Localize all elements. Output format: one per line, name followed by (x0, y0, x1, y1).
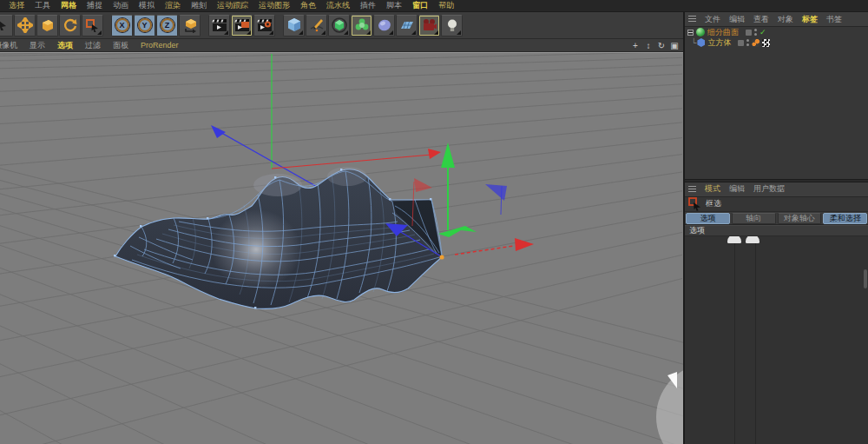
tree-branch: └ (691, 38, 696, 47)
add-primitive-cube-button[interactable] (283, 15, 305, 36)
menu-render[interactable]: 渲染 (160, 0, 186, 11)
object-name[interactable]: 立方体 (707, 37, 731, 49)
cube-object-icon (697, 38, 705, 47)
panel-menu-icon[interactable] (688, 186, 696, 193)
menu-script[interactable]: 脚本 (381, 0, 407, 11)
rotate-tool-button[interactable] (59, 15, 81, 36)
render-view-button[interactable] (208, 15, 230, 36)
om-menu-objects[interactable]: 对象 (773, 14, 798, 25)
viewport-menu-bar: 摄像机 显示 选项 过滤 面板 ProRender + ↕ ↻ ▣ (0, 39, 683, 52)
column-divider (755, 242, 756, 444)
om-menu-file[interactable]: 文件 (700, 14, 725, 25)
viewport-pan-icon[interactable]: + (630, 41, 641, 50)
subdivision-surface-icon (332, 17, 347, 33)
render-settings-button[interactable] (253, 15, 275, 36)
camera-button[interactable] (418, 15, 440, 36)
move-tool-button[interactable] (14, 15, 36, 36)
om-menu-edit[interactable]: 编辑 (725, 14, 749, 25)
menu-plugins[interactable]: 插件 (355, 0, 381, 11)
floor-grid-icon (399, 17, 415, 33)
coordinate-system-button[interactable] (179, 15, 201, 36)
tree-row-subdivision-surface[interactable]: 细分曲面 ✓ (685, 27, 868, 37)
expand-toggle-icon[interactable] (687, 30, 694, 36)
move-icon (17, 17, 33, 33)
x-axis-label: X (115, 18, 129, 32)
cube-primitive-icon (286, 17, 302, 33)
cursor-arrow-icon (0, 19, 9, 31)
enabled-check-icon[interactable]: ✓ (760, 28, 766, 36)
floor-button[interactable] (396, 15, 418, 36)
deformer-button[interactable] (351, 15, 372, 36)
viewport-menu-options[interactable]: 选项 (51, 40, 79, 51)
visibility-dots[interactable] (746, 39, 749, 46)
pen-icon (309, 17, 325, 33)
menu-character[interactable]: 角色 (295, 0, 321, 11)
menu-help[interactable]: 帮助 (433, 0, 459, 11)
render-picture-viewer-button[interactable] (231, 15, 253, 36)
z-axis-lock-button[interactable]: Z (156, 15, 178, 36)
knob-top-icon[interactable] (727, 236, 741, 243)
tree-row-cube[interactable]: └ 立方体 (685, 37, 868, 48)
viewport-3d[interactable] (0, 52, 683, 444)
options-section-header[interactable]: 选项 (685, 225, 868, 236)
visibility-dots[interactable] (754, 29, 757, 36)
am-menu-mode[interactable]: 模式 (700, 183, 725, 195)
spline-pen-button[interactable] (306, 15, 327, 36)
viewport-maximize-icon[interactable]: ▣ (669, 41, 680, 50)
volume-button[interactable] (373, 15, 395, 36)
phong-tag-icon[interactable] (752, 39, 760, 47)
gizmo-origin-point[interactable] (439, 255, 444, 259)
viewport-menu-prorender[interactable]: ProRender (135, 41, 185, 50)
menu-motion-track[interactable]: 运动跟踪 (212, 0, 253, 11)
menu-snap[interactable]: 捕捉 (82, 0, 108, 11)
viewport-menu-cameras[interactable]: 摄像机 (0, 40, 23, 51)
x-axis-lock-button[interactable]: X (111, 15, 133, 36)
tab-axis[interactable]: 轴向 (732, 213, 776, 224)
layer-icon[interactable] (746, 30, 752, 36)
viewport-menu-display[interactable]: 显示 (23, 40, 51, 51)
tab-object-axis[interactable]: 对象轴心 (778, 213, 822, 224)
y-axis-lock-button[interactable]: Y (134, 15, 155, 36)
selection-tag-icon[interactable] (762, 39, 770, 47)
object-manager-menu: 文件 编辑 查看 对象 标签 书签 (685, 12, 868, 27)
tab-options[interactable]: 选项 (686, 213, 730, 224)
undo-button[interactable] (0, 15, 13, 36)
scale-tool-button[interactable] (36, 15, 58, 36)
menu-mograph[interactable]: 运动图形 (253, 0, 295, 11)
object-tree: 细分曲面 ✓ └ 立方体 (685, 27, 868, 179)
options-section-label: 选项 (689, 225, 705, 236)
am-menu-userdata[interactable]: 用户数据 (749, 183, 789, 195)
om-menu-view[interactable]: 查看 (749, 14, 773, 25)
menu-sculpt[interactable]: 雕刻 (186, 0, 212, 11)
column-divider (734, 242, 735, 444)
panel-menu-icon[interactable] (688, 16, 696, 23)
layer-icon[interactable] (738, 40, 744, 46)
subdivision-surface-button[interactable] (328, 15, 350, 36)
deformer-icon (354, 17, 370, 33)
y-axis-label: Y (138, 18, 152, 32)
knob-top-icon[interactable] (746, 236, 760, 243)
clapperboard-gear-icon (257, 18, 273, 32)
scrollbar-thumb[interactable] (864, 269, 867, 288)
rectangle-selection-button[interactable] (82, 15, 103, 36)
om-menu-bookmarks[interactable]: 书签 (822, 14, 846, 25)
menu-animate[interactable]: 动画 (108, 0, 134, 11)
viewport-menu-panel[interactable]: 面板 (107, 40, 135, 51)
active-tool-row[interactable]: 框选 (685, 197, 868, 212)
om-menu-tags[interactable]: 标签 (798, 14, 822, 25)
am-menu-edit[interactable]: 编辑 (725, 183, 749, 195)
light-button[interactable] (441, 15, 463, 36)
tab-soft-selection[interactable]: 柔和选择 (823, 213, 867, 224)
menu-pipeline[interactable]: 流水线 (321, 0, 355, 11)
menu-simulate[interactable]: 模拟 (134, 0, 160, 11)
viewport-dolly-icon[interactable]: ↕ (643, 41, 654, 50)
menu-window[interactable]: 窗口 (407, 0, 433, 11)
clapperboard-icon (212, 18, 227, 32)
viewport-rotate-icon[interactable]: ↻ (656, 41, 667, 50)
scale-icon (41, 18, 55, 32)
rectangle-selection-icon (85, 18, 100, 33)
menu-mesh[interactable]: 网格 (56, 0, 82, 11)
viewport-menu-filter[interactable]: 过滤 (79, 40, 107, 51)
menu-tools[interactable]: 工具 (30, 0, 56, 11)
menu-select[interactable]: 选择 (3, 0, 30, 11)
